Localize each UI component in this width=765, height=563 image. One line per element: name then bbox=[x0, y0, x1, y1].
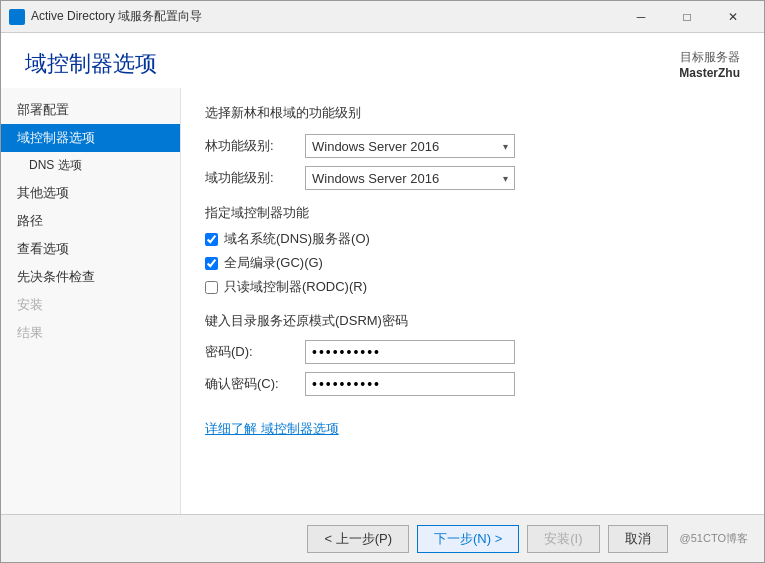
password-section-title: 键入目录服务还原模式(DSRM)密码 bbox=[205, 312, 740, 330]
forest-function-row: 林功能级别: Windows Server 2016 ▾ bbox=[205, 134, 740, 158]
window-controls: ─ □ ✕ bbox=[618, 2, 756, 32]
sidebar: 部署配置 域控制器选项 DNS 选项 其他选项 路径 查看选项 先决条件检查 安… bbox=[1, 88, 181, 514]
main-window: Active Directory 域服务配置向导 ─ □ ✕ 域控制器选项 目标… bbox=[0, 0, 765, 563]
checkbox-dns[interactable] bbox=[205, 233, 218, 246]
cancel-button[interactable]: 取消 bbox=[608, 525, 668, 553]
target-server-label: 目标服务器 bbox=[679, 49, 740, 66]
forest-function-label: 林功能级别: bbox=[205, 137, 305, 155]
watermark: @51CTO博客 bbox=[680, 531, 748, 546]
window-body: 域控制器选项 目标服务器 MasterZhu 部署配置 域控制器选项 DNS 选… bbox=[1, 33, 764, 562]
title-bar: Active Directory 域服务配置向导 ─ □ ✕ bbox=[1, 1, 764, 33]
sidebar-item-other-options[interactable]: 其他选项 bbox=[1, 179, 180, 207]
domain-function-dropdown[interactable]: Windows Server 2016 ▾ bbox=[305, 166, 515, 190]
checkbox-gc[interactable] bbox=[205, 257, 218, 270]
main-content: 选择新林和根域的功能级别 林功能级别: Windows Server 2016 … bbox=[181, 88, 764, 514]
forest-dropdown-arrow: ▾ bbox=[503, 141, 508, 152]
checkbox-dns-label[interactable]: 域名系统(DNS)服务器(O) bbox=[224, 230, 370, 248]
sidebar-item-review-options[interactable]: 查看选项 bbox=[1, 235, 180, 263]
forest-function-value: Windows Server 2016 bbox=[312, 139, 439, 154]
more-info-link[interactable]: 详细了解 域控制器选项 bbox=[205, 421, 339, 436]
page-title: 域控制器选项 bbox=[25, 49, 157, 79]
window-title: Active Directory 域服务配置向导 bbox=[31, 8, 618, 25]
sidebar-item-paths[interactable]: 路径 bbox=[1, 207, 180, 235]
content-area: 部署配置 域控制器选项 DNS 选项 其他选项 路径 查看选项 先决条件检查 安… bbox=[1, 88, 764, 514]
checkbox-gc-row: 全局编录(GC)(G) bbox=[205, 254, 740, 272]
next-button[interactable]: 下一步(N) > bbox=[417, 525, 519, 553]
confirm-password-label: 确认密码(C): bbox=[205, 375, 305, 393]
sidebar-item-dc-options[interactable]: 域控制器选项 bbox=[1, 124, 180, 152]
sidebar-item-results: 结果 bbox=[1, 319, 180, 347]
domain-dropdown-arrow: ▾ bbox=[503, 173, 508, 184]
domain-function-row: 域功能级别: Windows Server 2016 ▾ bbox=[205, 166, 740, 190]
target-server-name: MasterZhu bbox=[679, 66, 740, 80]
back-button[interactable]: < 上一步(P) bbox=[307, 525, 409, 553]
close-button[interactable]: ✕ bbox=[710, 2, 756, 32]
select-forest-title: 选择新林和根域的功能级别 bbox=[205, 104, 740, 122]
password-input[interactable] bbox=[305, 340, 515, 364]
forest-function-dropdown[interactable]: Windows Server 2016 ▾ bbox=[305, 134, 515, 158]
domain-function-label: 域功能级别: bbox=[205, 169, 305, 187]
footer: < 上一步(P) 下一步(N) > 安装(I) 取消 @51CTO博客 bbox=[1, 514, 764, 562]
sidebar-item-install: 安装 bbox=[1, 291, 180, 319]
target-server-info: 目标服务器 MasterZhu bbox=[679, 49, 740, 80]
link-area: 详细了解 域控制器选项 bbox=[205, 420, 740, 438]
sidebar-item-prereq-check[interactable]: 先决条件检查 bbox=[1, 263, 180, 291]
confirm-password-input[interactable] bbox=[305, 372, 515, 396]
sidebar-item-dns-options[interactable]: DNS 选项 bbox=[1, 152, 180, 179]
checkbox-rodc-label[interactable]: 只读域控制器(RODC)(R) bbox=[224, 278, 367, 296]
sidebar-item-deploy-config[interactable]: 部署配置 bbox=[1, 96, 180, 124]
app-icon bbox=[9, 9, 25, 25]
install-button: 安装(I) bbox=[527, 525, 599, 553]
minimize-button[interactable]: ─ bbox=[618, 2, 664, 32]
checkbox-rodc[interactable] bbox=[205, 281, 218, 294]
domain-function-value: Windows Server 2016 bbox=[312, 171, 439, 186]
checkbox-rodc-row: 只读域控制器(RODC)(R) bbox=[205, 278, 740, 296]
dc-features-title: 指定域控制器功能 bbox=[205, 204, 740, 222]
password-row: 密码(D): bbox=[205, 340, 740, 364]
checkbox-dns-row: 域名系统(DNS)服务器(O) bbox=[205, 230, 740, 248]
header-area: 域控制器选项 目标服务器 MasterZhu bbox=[1, 33, 764, 88]
password-label: 密码(D): bbox=[205, 343, 305, 361]
confirm-password-row: 确认密码(C): bbox=[205, 372, 740, 396]
checkbox-gc-label[interactable]: 全局编录(GC)(G) bbox=[224, 254, 323, 272]
maximize-button[interactable]: □ bbox=[664, 2, 710, 32]
